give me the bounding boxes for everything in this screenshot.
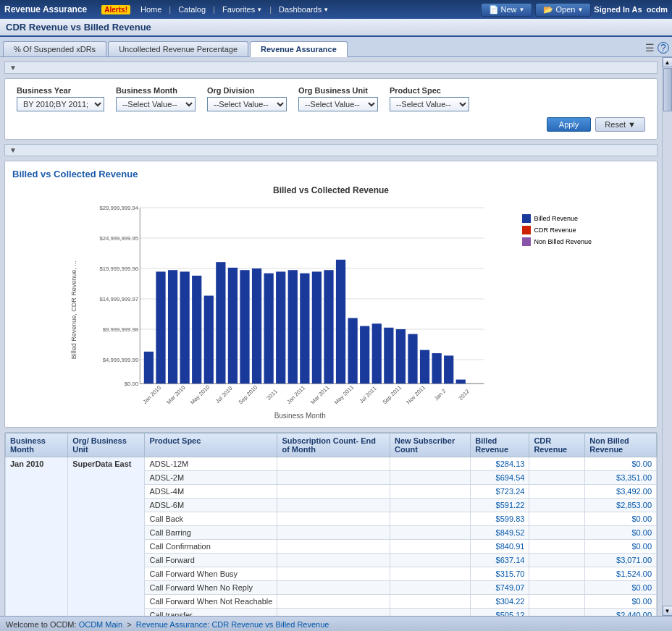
bottom-bar: Welcome to OCDM: OCDM Main > Revenue Ass… xyxy=(0,616,672,631)
filter-toggle[interactable]: ▼ xyxy=(4,62,658,74)
org-division-select[interactable]: --Select Value-- xyxy=(207,97,287,111)
sub-count-cell xyxy=(277,512,390,526)
col-subscription-count: Subscription Count- End of Month xyxy=(277,433,390,457)
product-spec-field: Product Spec --Select Value-- xyxy=(390,86,469,111)
col-product-spec: Product Spec xyxy=(145,433,277,457)
nav-home[interactable]: Home xyxy=(135,4,167,15)
product-cell: ADSL-12M xyxy=(145,457,277,471)
new-sub-cell xyxy=(390,609,471,616)
non-billed-cell: $1,524.00 xyxy=(585,567,657,581)
apply-button[interactable]: Apply xyxy=(547,117,592,132)
settings-icon[interactable]: ☰ xyxy=(645,42,655,54)
new-sub-cell xyxy=(390,554,471,567)
business-month-select[interactable]: --Select Value-- xyxy=(116,97,196,111)
scrollbar[interactable]: ▲ ▼ xyxy=(662,57,672,616)
new-button[interactable]: 📄 New ▼ xyxy=(481,3,533,17)
sub-count-cell xyxy=(277,567,390,581)
filter-section: Business Year BY 2010;BY 2011; Business … xyxy=(4,78,658,140)
billed-cell: $304.22 xyxy=(471,595,529,609)
chart-container: Billed vs Collected Revenue Billed Reven… xyxy=(12,185,650,420)
data-table: Business Month Org/ Business Unit Produc… xyxy=(5,433,657,616)
business-year-label: Business Year xyxy=(17,86,104,95)
main-scroll-area: ▼ Business Year BY 2010;BY 2011; Busines… xyxy=(0,57,672,616)
billed-cell: $723.24 xyxy=(471,485,529,499)
billed-cell: $315.70 xyxy=(471,567,529,581)
svg-text:Sep 2011: Sep 2011 xyxy=(381,384,403,406)
svg-text:Jan 2010: Jan 2010 xyxy=(142,384,163,405)
tab-suspended-xdrs[interactable]: % Of Suspended xDRs xyxy=(3,41,106,56)
legend-nonbilled-color xyxy=(522,237,531,246)
legend-non-billed: Non Billed Revenue xyxy=(522,237,592,246)
billed-cell: $505.12 xyxy=(471,609,529,616)
chart-toggle[interactable]: ▼ xyxy=(4,144,658,156)
scroll-content[interactable]: ▼ Business Year BY 2010;BY 2011; Busines… xyxy=(0,57,662,616)
breadcrumb-revenue-assurance[interactable]: Revenue Assurance: CDR Revenue vs Billed… xyxy=(136,620,329,629)
scroll-down-button[interactable]: ▼ xyxy=(663,606,673,616)
svg-text:$14,999,999.97: $14,999,999.97 xyxy=(99,296,138,302)
sub-count-cell xyxy=(277,609,390,616)
product-cell: Call Back xyxy=(145,512,277,526)
toggle-icon: ▼ xyxy=(9,64,17,72)
business-month-field: Business Month --Select Value-- xyxy=(116,86,196,111)
svg-rect-18 xyxy=(168,270,177,384)
non-billed-cell: $0.00 xyxy=(585,457,657,471)
chart-section: Billed vs Collected Revenue Billed vs Co… xyxy=(4,161,658,428)
cdr-cell xyxy=(529,581,585,595)
org-business-unit-field: Org Business Unit --Select Value-- xyxy=(298,86,378,111)
non-billed-cell: $2,853.00 xyxy=(585,499,657,512)
billed-cell: $637.14 xyxy=(471,554,529,567)
x-axis-label: Business Month xyxy=(92,412,508,420)
business-year-select[interactable]: BY 2010;BY 2011; xyxy=(17,97,104,111)
new-sub-cell xyxy=(390,581,471,595)
col-org-business-unit: Org/ Business Unit xyxy=(68,433,145,457)
svg-text:Mar 2011: Mar 2011 xyxy=(309,384,330,405)
chart-section-title: Billed vs Collected Revenue xyxy=(12,169,650,179)
open-button[interactable]: 📂 Open ▼ xyxy=(535,3,591,17)
chart-area: $29,999,999.94 $24,999,999.95 $19,999,99… xyxy=(92,200,508,420)
new-icon: 📄 xyxy=(489,5,499,14)
breadcrumb-ocdm-main[interactable]: OCDM Main xyxy=(79,620,123,629)
table-body: Jan 2010 SuperData East ADSL-12M $284.13… xyxy=(6,457,657,616)
col-new-subscriber: New Subscriber Count xyxy=(390,433,471,457)
non-billed-cell: $3,071.00 xyxy=(585,554,657,567)
sub-count-cell xyxy=(277,581,390,595)
nav-catalog[interactable]: Catalog xyxy=(172,4,211,15)
svg-text:$0.00: $0.00 xyxy=(125,381,138,387)
tab-revenue-assurance[interactable]: Revenue Assurance xyxy=(250,41,348,57)
tab-uncollected-revenue[interactable]: Uncollected Revenue Percentage xyxy=(108,41,248,56)
nav-favorites[interactable]: Favorites ▼ xyxy=(217,4,268,15)
svg-text:Sep 2010: Sep 2010 xyxy=(238,384,259,406)
y-axis-label: Billed Revenue, CDR Revenue, ... xyxy=(70,200,85,420)
filter-buttons: Apply Reset ▼ xyxy=(17,117,645,132)
product-spec-select[interactable]: --Select Value-- xyxy=(390,97,469,111)
product-cell: ADSL-4M xyxy=(145,485,277,499)
svg-rect-16 xyxy=(144,352,154,384)
cdr-cell xyxy=(529,485,585,499)
alert-badge[interactable]: Alerts! xyxy=(101,5,130,14)
svg-rect-20 xyxy=(192,276,201,384)
non-billed-cell: $0.00 xyxy=(585,526,657,540)
nav-dashboards[interactable]: Dashboards ▼ xyxy=(273,4,335,15)
business-month-label: Business Month xyxy=(116,86,196,95)
non-billed-cell: $3,351.00 xyxy=(585,471,657,485)
svg-rect-40 xyxy=(432,353,441,384)
col-cdr-revenue: CDR Revenue xyxy=(529,433,585,457)
bottom-bar-text: Welcome to OCDM: OCDM Main > Revenue Ass… xyxy=(6,620,329,629)
reset-button[interactable]: Reset ▼ xyxy=(595,117,645,132)
product-cell: ADSL-2M xyxy=(145,471,277,485)
org-business-unit-select[interactable]: --Select Value-- xyxy=(298,97,378,111)
scroll-thumb[interactable] xyxy=(663,68,672,111)
svg-rect-32 xyxy=(336,260,345,384)
svg-rect-24 xyxy=(240,270,249,384)
new-sub-cell xyxy=(390,499,471,512)
chart-svg: $29,999,999.94 $24,999,999.95 $19,999,99… xyxy=(92,200,508,407)
billed-cell: $591.22 xyxy=(471,499,529,512)
help-icon[interactable]: ? xyxy=(658,42,669,54)
svg-rect-39 xyxy=(420,350,429,384)
svg-rect-34 xyxy=(360,326,369,384)
col-business-month: Business Month xyxy=(6,433,68,457)
scroll-up-button[interactable]: ▲ xyxy=(663,57,673,67)
svg-rect-22 xyxy=(216,262,225,384)
svg-rect-38 xyxy=(408,334,417,384)
chart-legend: Billed Revenue CDR Revenue Non Billed Re… xyxy=(515,200,592,420)
